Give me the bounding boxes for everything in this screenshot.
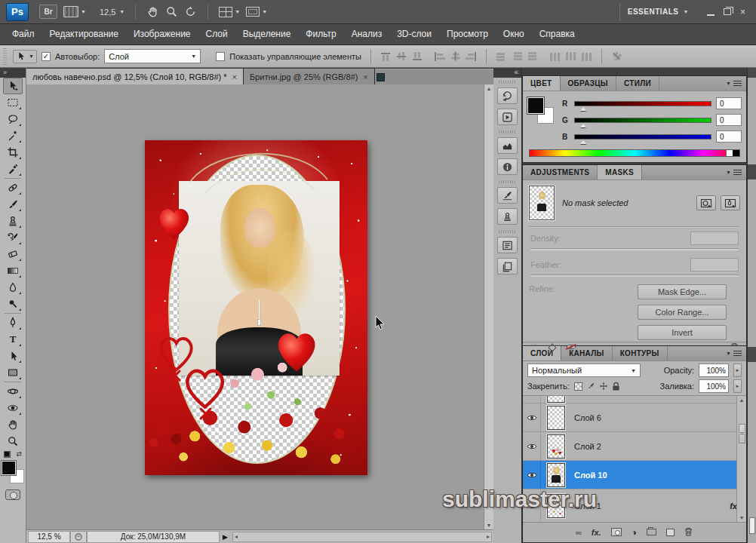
actions-panel-icon[interactable]	[497, 109, 518, 125]
eye-icon[interactable]	[527, 471, 537, 479]
scroll-right-icon[interactable]: ▸	[487, 533, 490, 540]
color-range-button[interactable]: Color Range...	[638, 305, 727, 320]
blue-slider[interactable]	[574, 134, 711, 140]
shape-tool[interactable]	[3, 364, 23, 381]
fill-spinner-icon[interactable]: ▸	[733, 379, 742, 393]
layer-list-scrollbar[interactable]: ▲ ▼	[736, 396, 746, 522]
menu-layer[interactable]: Слой	[198, 24, 235, 44]
layer-row-5[interactable]: Слой 5	[523, 395, 746, 403]
menu-window[interactable]: Окно	[496, 24, 532, 44]
eye-icon[interactable]	[527, 443, 537, 450]
marquee-tool[interactable]	[3, 94, 23, 111]
menu-view[interactable]: Просмотр	[439, 24, 496, 44]
restore-button[interactable]	[724, 8, 731, 15]
history-panel-icon[interactable]	[497, 87, 518, 104]
brushes-panel-icon[interactable]	[497, 187, 518, 204]
align-vertical-centers-icon[interactable]	[396, 52, 407, 61]
minimize-button[interactable]	[707, 14, 715, 16]
eraser-tool[interactable]	[3, 246, 23, 262]
3d-orbit-tool[interactable]	[3, 400, 23, 416]
zoom-level-control[interactable]: 12,5 ▼	[100, 8, 124, 17]
move-tool-preset[interactable]: ▼	[13, 50, 37, 63]
visibility-cell[interactable]	[523, 395, 541, 403]
tab-color[interactable]: ЦВЕТ	[523, 76, 561, 90]
tab-paths[interactable]: КОНТУРЫ	[613, 346, 668, 360]
default-colors-icon[interactable]	[4, 451, 11, 458]
new-group-icon[interactable]	[647, 529, 656, 535]
history-brush-tool[interactable]	[3, 229, 23, 246]
visibility-cell[interactable]	[523, 461, 541, 489]
menu-edit[interactable]: Редактирование	[42, 24, 126, 44]
tab-close-icon[interactable]: ×	[232, 72, 237, 81]
color-spectrum-ramp[interactable]	[529, 149, 740, 157]
lock-transparency-icon[interactable]	[574, 382, 582, 391]
visibility-cell[interactable]	[523, 432, 541, 460]
hand-tool[interactable]	[3, 416, 23, 433]
distribute-vertical-centers-icon[interactable]	[512, 52, 523, 61]
scrollbar-thumb[interactable]	[739, 424, 745, 443]
clone-stamp-tool[interactable]	[3, 213, 23, 229]
lasso-tool[interactable]	[3, 111, 23, 127]
crop-tool[interactable]	[3, 144, 23, 161]
distribute-top-edges-icon[interactable]	[496, 52, 507, 61]
green-value-field[interactable]: 0	[716, 114, 742, 126]
document-tab-inactive[interactable]: Бритни.jpg @ 25% (RGB/8#) ×	[244, 69, 375, 84]
canvas-horizontal-scrollbar[interactable]: ◂ ▸	[232, 532, 492, 542]
zoom-tool[interactable]	[3, 433, 23, 449]
3d-rotate-tool[interactable]	[3, 383, 23, 400]
tab-close-icon[interactable]: ×	[363, 72, 367, 81]
panel-drag-handle[interactable]	[499, 180, 517, 183]
distribute-horizontal-centers-icon[interactable]	[565, 52, 576, 61]
new-adjustment-layer-icon[interactable]: ◑	[632, 527, 637, 538]
zoom-tool-shortcut-button[interactable]	[165, 5, 178, 18]
align-top-edges-icon[interactable]	[380, 52, 392, 61]
align-left-edges-icon[interactable]	[434, 52, 445, 61]
link-layers-icon[interactable]: ∞	[576, 528, 582, 537]
status-flyout-icon[interactable]: ▶	[220, 533, 231, 541]
character-panel-icon[interactable]	[497, 237, 518, 253]
tab-swatches[interactable]: ОБРАЗЦЫ	[561, 76, 616, 90]
panel-menu-button[interactable]: ▼	[726, 165, 746, 179]
distribute-right-edges-icon[interactable]	[581, 52, 592, 61]
scroll-up-icon[interactable]: ▲	[487, 86, 492, 91]
canvas-vertical-scrollbar[interactable]: ▲ ▼	[484, 84, 493, 529]
toolbox-collapse-chevrons[interactable]: »	[0, 68, 26, 78]
lock-position-icon[interactable]	[599, 382, 608, 391]
menu-3d[interactable]: 3D-слои	[389, 24, 439, 44]
tab-list-icon[interactable]	[376, 73, 385, 81]
lock-all-icon[interactable]	[612, 382, 620, 391]
swap-colors-icon[interactable]: ⇄	[16, 450, 22, 458]
slider-thumb[interactable]	[580, 121, 586, 127]
open-document-image[interactable]	[145, 140, 367, 475]
menu-analysis[interactable]: Анализ	[344, 24, 390, 44]
opacity-field[interactable]: 100%	[699, 364, 729, 377]
opacity-spinner-icon[interactable]: ▸	[733, 364, 742, 377]
gradient-tool[interactable]	[3, 262, 23, 279]
visibility-cell[interactable]	[523, 403, 541, 431]
slider-thumb[interactable]	[580, 137, 586, 144]
type-tool[interactable]: T	[3, 331, 23, 348]
layer-thumbnail[interactable]	[547, 463, 565, 487]
foreground-color-swatch[interactable]	[2, 461, 16, 475]
panel-menu-button[interactable]: ▼	[726, 76, 746, 90]
tab-masks[interactable]: MASKS	[598, 165, 642, 179]
layer-row-2[interactable]: Слой 2	[523, 432, 746, 461]
rotate-view-button[interactable]	[184, 5, 197, 18]
workspace-switcher[interactable]: ESSENTIALS ▼	[619, 4, 696, 20]
layer-thumbnail[interactable]	[547, 395, 565, 403]
brush-tool[interactable]	[3, 196, 23, 213]
info-panel-icon[interactable]	[497, 158, 518, 175]
eye-icon[interactable]	[527, 414, 537, 422]
panel-drag-handle[interactable]	[499, 230, 517, 233]
selected-layer-thumbnail[interactable]	[529, 186, 555, 220]
new-layer-icon[interactable]	[666, 529, 675, 536]
align-horizontal-centers-icon[interactable]	[450, 51, 459, 62]
menu-help[interactable]: Справка	[532, 24, 582, 44]
canvas-area[interactable]: ▲ ▼	[26, 84, 493, 529]
screen-mode-button[interactable]: ▼	[246, 7, 267, 17]
menu-select[interactable]: Выделение	[235, 24, 299, 44]
layer-comps-panel-icon[interactable]	[497, 258, 518, 275]
invert-button[interactable]: Invert	[638, 325, 727, 340]
scroll-up-icon[interactable]: ▲	[739, 397, 745, 403]
white-chip[interactable]	[726, 150, 733, 156]
